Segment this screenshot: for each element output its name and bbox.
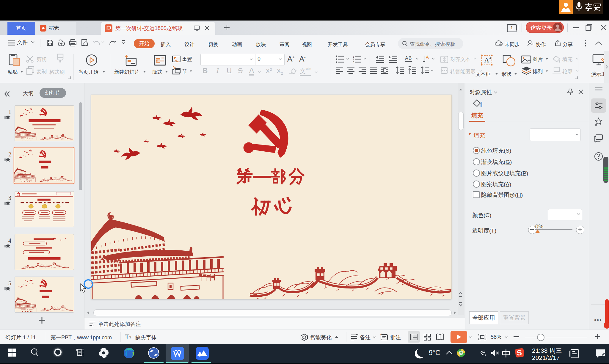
svg-text:A: A xyxy=(484,56,489,64)
svg-text:A: A xyxy=(426,55,429,59)
svg-text:3: 3 xyxy=(353,61,354,63)
